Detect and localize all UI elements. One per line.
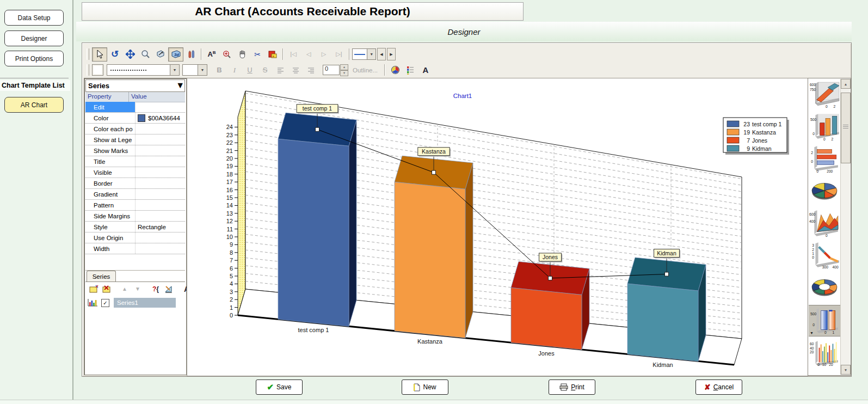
select-cursor-button[interactable]	[92, 47, 107, 62]
chevron-down-icon[interactable]: ▼	[367, 49, 375, 59]
inspector-category-combo[interactable]: Series ▼	[85, 79, 185, 92]
chart-canvas[interactable]: 0123456789101112131415161718192021222324…	[187, 78, 808, 376]
bar-test comp 1[interactable]	[278, 139, 349, 326]
size-spinbox[interactable]: 0 ▲ ▼	[323, 64, 348, 76]
palette-list-button[interactable]	[403, 63, 418, 77]
property-value[interactable]	[135, 124, 185, 134]
line-style-combo[interactable]: ▼	[352, 48, 376, 60]
italic-button[interactable]: I	[227, 63, 242, 77]
rotate-chart-button[interactable]: ↺	[107, 47, 122, 62]
chevron-down-icon[interactable]: ▼	[198, 65, 207, 75]
property-value[interactable]	[135, 156, 185, 167]
property-row[interactable]: Width	[85, 243, 185, 254]
property-row[interactable]: Show Marks	[85, 145, 185, 156]
sidebar-item-data-setup[interactable]: Data Setup	[4, 10, 64, 26]
align-center-button[interactable]	[288, 63, 303, 77]
toolbar-grip[interactable]	[87, 64, 89, 76]
bar-side-Kastanza[interactable]	[465, 163, 473, 338]
zoom-text-button[interactable]	[219, 47, 235, 62]
property-value[interactable]	[135, 200, 185, 210]
tab-series[interactable]: Series	[87, 271, 116, 281]
nav-first-button[interactable]: |◁	[286, 47, 301, 62]
chart-title[interactable]: Chart1	[453, 93, 472, 99]
property-value[interactable]: $00A36644	[135, 113, 185, 123]
sidebar-item-print-options[interactable]: Print Options	[4, 51, 64, 66]
chevron-down-icon[interactable]: ▼	[176, 81, 184, 91]
toolbar-grip[interactable]	[87, 48, 89, 60]
gallery-thumb-ribbon-3d[interactable]: 60075002	[809, 80, 840, 111]
spin-up-icon[interactable]: ▲	[340, 64, 348, 70]
property-row[interactable]: Show at Lege	[85, 134, 185, 145]
gallery-thumb-bars-3d[interactable]: 500002	[809, 112, 840, 143]
depth-button[interactable]	[153, 47, 168, 62]
chevron-down-icon[interactable]: ▼	[170, 65, 179, 75]
bar-Jones[interactable]	[511, 287, 582, 350]
gallery-thumb-bars-horizontal-3d[interactable]: 200200	[809, 144, 840, 175]
property-row[interactable]: Side Margins	[85, 211, 185, 222]
sidebar-item-ar-chart[interactable]: AR Chart	[4, 97, 64, 113]
property-row[interactable]: Visible	[85, 167, 185, 178]
nav-last-button[interactable]: ▷|	[331, 47, 347, 62]
move-chart-button[interactable]	[122, 47, 138, 62]
size-combo[interactable]: ▼	[182, 64, 207, 76]
nav-next-button[interactable]: ▷	[316, 47, 331, 62]
gallery-thumb-bars-gradient[interactable]: 500001▼	[809, 305, 840, 336]
bar-side-test comp 1[interactable]	[349, 120, 356, 326]
font-color-button[interactable]: A	[418, 63, 433, 77]
spin-value[interactable]: 0	[323, 65, 340, 75]
scroll-down-button[interactable]: ▼	[841, 365, 851, 375]
underline-button[interactable]: U	[242, 63, 257, 77]
property-row[interactable]: Use Origin	[85, 232, 185, 243]
new-button[interactable]: New	[402, 379, 448, 395]
property-value[interactable]: Rectangle	[135, 222, 185, 232]
spin-down-icon[interactable]: ▼	[340, 70, 348, 76]
sidebar-item-designer[interactable]: Designer	[4, 30, 64, 46]
series-visible-checkbox[interactable]: ✓	[101, 299, 109, 307]
gallery-thumb-pie-3d[interactable]	[809, 176, 840, 207]
bold-button[interactable]: B	[212, 63, 227, 77]
bar-Kastanza[interactable]	[395, 182, 465, 338]
ar-bar-chart[interactable]: 0123456789101112131415161718192021222324…	[187, 78, 808, 376]
gallery-thumb-bars-points[interactable]: 60402001020	[809, 338, 840, 369]
cut-button[interactable]: ✂	[250, 47, 265, 62]
delete-series-button[interactable]	[100, 283, 113, 295]
cancel-button[interactable]: ✘ Cancel	[695, 379, 742, 395]
property-value[interactable]	[135, 167, 185, 177]
column-header-property[interactable]: Property	[85, 92, 129, 102]
series-marker[interactable]	[665, 272, 669, 276]
property-row[interactable]: Border	[85, 178, 185, 189]
align-right-button[interactable]	[303, 63, 318, 77]
series-down-button[interactable]: ▼	[131, 283, 144, 295]
property-value[interactable]	[135, 134, 185, 145]
property-value[interactable]	[135, 102, 185, 112]
property-row[interactable]: Pattern	[85, 200, 185, 211]
gallery-thumb-donut-3d[interactable]	[809, 273, 840, 303]
property-value[interactable]	[135, 145, 185, 156]
gallery-thumb-area-3d[interactable]: 6004000	[809, 209, 840, 239]
print-button[interactable]: Print	[549, 379, 595, 395]
series-up-button[interactable]: ▲	[118, 283, 131, 295]
property-row[interactable]: Edit	[85, 102, 185, 113]
nav-prev-button[interactable]: ◁	[301, 47, 316, 62]
strikethrough-button[interactable]: S	[257, 63, 273, 77]
align-left-button[interactable]	[273, 63, 288, 77]
column-header-value[interactable]: Value	[129, 92, 147, 102]
property-row[interactable]: Color each po	[85, 124, 185, 134]
series-marker[interactable]	[316, 127, 319, 131]
series-marker[interactable]	[432, 170, 436, 174]
bar-Kidman[interactable]	[627, 284, 698, 362]
export-button[interactable]: a	[265, 47, 280, 62]
scroll-left-button[interactable]: ◀	[377, 48, 386, 60]
series-marker[interactable]	[549, 276, 552, 280]
pan-button[interactable]	[235, 47, 250, 62]
property-value[interactable]	[135, 232, 185, 243]
property-value[interactable]	[135, 243, 185, 254]
scrollbar-thumb[interactable]	[841, 93, 851, 163]
property-value[interactable]	[135, 189, 185, 199]
edit-values-button[interactable]	[162, 283, 175, 295]
property-row[interactable]: Gradient	[85, 189, 185, 200]
series-list-item[interactable]: Series1	[114, 298, 176, 308]
gallery-thumb-line-3d[interactable]: 3210300400	[809, 241, 840, 271]
property-row[interactable]: Title	[85, 156, 185, 167]
outline-button[interactable]: Outline...	[353, 67, 378, 74]
